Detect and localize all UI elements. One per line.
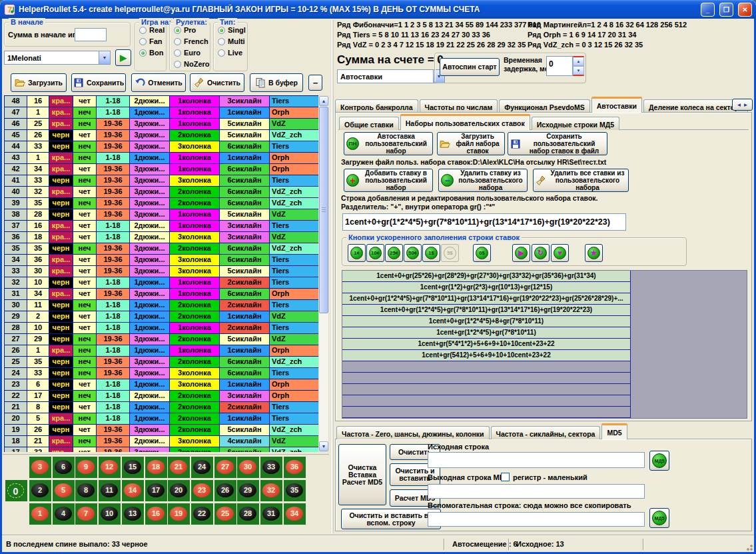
radio-euro[interactable]: Euro bbox=[174, 49, 210, 57]
table-row[interactable]: 2810чернчет1-181дюжи...1колонка2сиклайнT… bbox=[5, 323, 318, 334]
table-row[interactable]: 4234кра...чет19-363дюжи...1колонка6сикла… bbox=[5, 164, 318, 175]
load-button[interactable]: Загрузить bbox=[11, 73, 67, 92]
bet-list-item[interactable]: 1cent+gr(1*2*4*5)+gr(7*8*10*11) bbox=[342, 327, 631, 339]
set-button-r1-3[interactable]: Сохранить пользовательский набор ставок … bbox=[508, 132, 607, 155]
maximize-button[interactable]: ❐ bbox=[719, 3, 733, 17]
table-row[interactable]: 4816кра...чет1-182дюжи...1колонка3сиклай… bbox=[5, 96, 318, 107]
md5-aux-input[interactable] bbox=[428, 512, 645, 527]
roulette-cell-5[interactable]: 5 bbox=[53, 480, 75, 501]
start-sum-input[interactable] bbox=[75, 28, 107, 41]
sub-tab-2[interactable]: Наборы пользовательских ставок bbox=[400, 114, 530, 130]
table-row[interactable]: 3436кра...чет19-363дюжи...3колонка6сикла… bbox=[5, 255, 318, 266]
bet-list-empty-row[interactable] bbox=[342, 373, 631, 384]
roulette-cell-27[interactable]: 27 bbox=[214, 457, 236, 478]
roulette-cell-11[interactable]: 11 bbox=[99, 480, 121, 501]
radio-pro[interactable]: Pro bbox=[174, 26, 210, 34]
resize-grip[interactable] bbox=[745, 543, 753, 551]
spinner-down-icon[interactable]: ▼ bbox=[573, 66, 584, 76]
bet-list-empty-row[interactable] bbox=[342, 384, 631, 395]
quick-bet-10c-button[interactable]: 10¢ bbox=[366, 244, 384, 262]
minimize-button[interactable]: _ bbox=[701, 3, 715, 17]
roulette-cell-13[interactable]: 13 bbox=[122, 503, 144, 525]
set-button-r2-3[interactable]: Удалить все ставки из пользовательского … bbox=[533, 169, 629, 192]
tab-scroll-button[interactable]: ◄ ► bbox=[732, 99, 753, 111]
bet-list-empty-row[interactable] bbox=[342, 361, 631, 373]
set-button-r2-2[interactable]: −Удалить ставку из пользовательского наб… bbox=[438, 169, 528, 192]
radio-fan[interactable]: Fan bbox=[139, 37, 166, 45]
scroll-down-icon[interactable]: ▼ bbox=[319, 441, 328, 451]
radio-real[interactable]: Real bbox=[139, 26, 166, 34]
roulette-cell-28[interactable]: 28 bbox=[237, 503, 259, 525]
roulette-cell-19[interactable]: 19 bbox=[168, 503, 190, 525]
bet-list-item[interactable]: 1cent+0+gr(1*2*4*5)+gr(7*8*10*11)+gr(13*… bbox=[342, 305, 631, 316]
main-tab-2[interactable]: Частоты по числам bbox=[420, 99, 498, 113]
radio-singl[interactable]: Singl bbox=[218, 26, 247, 34]
roulette-cell-21[interactable]: 21 bbox=[168, 457, 190, 478]
md5-run-source-button[interactable]: МД5 bbox=[649, 451, 669, 471]
table-row[interactable]: 205кра...неч1-181дюжи...2колонка1сиклайн… bbox=[5, 413, 318, 425]
roulette-cell-10[interactable]: 10 bbox=[99, 503, 121, 525]
roulette-cell-3[interactable]: 3 bbox=[29, 457, 51, 478]
set-button-r1-1[interactable]: ПНАвтоставка пользовательский набор bbox=[344, 132, 433, 155]
save-button[interactable]: Сохранить bbox=[71, 73, 126, 92]
roulette-cell-20[interactable]: 20 bbox=[168, 480, 190, 501]
sub-tab-3[interactable]: Исходные строки МД5 bbox=[532, 117, 619, 130]
bet-list-item[interactable]: 1cent+0+gr(25*26)+gr(28*29)+gr(27*30)+gr… bbox=[342, 271, 631, 282]
bet-list-item[interactable]: 1cent+0+gr(1*2*4*5)+gr(7*8*10*11)+gr(13*… bbox=[342, 293, 631, 305]
bet-list-empty-row[interactable] bbox=[342, 407, 631, 418]
radio-bon[interactable]: Bon bbox=[139, 49, 166, 57]
roulette-cell-33[interactable]: 33 bbox=[260, 457, 282, 478]
roulette-cell-4[interactable]: 4 bbox=[53, 503, 75, 525]
roulette-cell-31[interactable]: 31 bbox=[260, 503, 282, 525]
roulette-cell-1[interactable]: 1 bbox=[29, 503, 51, 525]
roulette-cell-9[interactable]: 9 bbox=[75, 457, 97, 478]
scroll-up-icon[interactable]: ▲ bbox=[319, 96, 328, 106]
table-row[interactable]: 431кра...неч1-181дюжи...1колонка1сиклайн… bbox=[5, 153, 318, 164]
roulette-cell-8[interactable]: 8 bbox=[75, 480, 97, 501]
roulette-cell-17[interactable]: 17 bbox=[145, 480, 167, 501]
roulette-cell-23[interactable]: 23 bbox=[191, 480, 213, 501]
roulette-cell-2[interactable]: 2 bbox=[29, 480, 51, 501]
bet-list-item[interactable]: 1cent+gr(5*4*1*2)+5+6+9+10+10cent+23+22 bbox=[342, 339, 631, 350]
md5-output-input[interactable] bbox=[428, 484, 645, 499]
delay-spinner[interactable]: 0 ▲ ▼ bbox=[546, 56, 584, 76]
radio-nozero[interactable]: NoZero bbox=[174, 60, 210, 68]
table-row[interactable]: 3935черннеч19-363дюжи...2колонка6сиклайн… bbox=[5, 198, 318, 209]
close-button[interactable]: ✕ bbox=[738, 3, 752, 17]
roulette-cell-22[interactable]: 22 bbox=[191, 503, 213, 525]
quick-bet-0d-button[interactable]: 0$ bbox=[473, 244, 491, 262]
radio-live[interactable]: Live bbox=[218, 49, 247, 57]
roulette-cell-15[interactable]: 15 bbox=[122, 457, 144, 478]
table-row[interactable]: 471кра...неч1-181дюжи...1колонка1сиклайн… bbox=[5, 107, 318, 119]
table-row[interactable]: 236чернчет1-181дюжи...3колонка1сиклайнOr… bbox=[5, 379, 318, 391]
collapse-button[interactable]: − bbox=[308, 75, 322, 91]
table-row[interactable]: 1821кра...неч19-362дюжи...3колонка4сикла… bbox=[5, 436, 318, 447]
roulette-cell-16[interactable]: 16 bbox=[145, 503, 167, 525]
autospin-start-button[interactable]: Автоспин старт bbox=[440, 58, 500, 76]
table-row[interactable]: 3716кра...чет1-182дюжи...1колонка3сиклай… bbox=[5, 221, 318, 232]
scrollbar-thumb[interactable] bbox=[319, 107, 328, 313]
roulette-cell-35[interactable]: 35 bbox=[284, 480, 306, 501]
table-row[interactable]: 3011черннеч1-181дюжи...2колонка2сиклайнT… bbox=[5, 300, 318, 311]
bet-list-item[interactable]: 1cent+0+gr(1*2*4*5)+8+gr(7*8*10*11) bbox=[342, 316, 631, 327]
roulette-cell-29[interactable]: 29 bbox=[237, 480, 259, 501]
table-row[interactable]: 3618кра...чет1-182дюжи...3колонка3сиклай… bbox=[5, 232, 318, 243]
table-row[interactable]: 1732кра...чет19-363дюжи...2колонка6сикла… bbox=[5, 447, 318, 452]
table-row[interactable]: 4625кра...неч19-363дюжи...1колонка5сикла… bbox=[5, 119, 318, 130]
spins-scrollbar[interactable]: ▲ ▼ bbox=[318, 95, 329, 452]
main-tab-1[interactable]: Контроль банкролла bbox=[335, 99, 418, 113]
radio-multi[interactable]: Multi bbox=[218, 37, 247, 45]
table-row[interactable]: 4433черннеч19-363дюжи...3колонка6сиклайн… bbox=[5, 141, 318, 153]
strategy-combobox[interactable]: 1Melonati ▼ bbox=[4, 51, 111, 65]
roulette-cell-0[interactable]: 0 bbox=[5, 480, 27, 501]
bottom-tab-1[interactable]: Частота - Zero, шансы, дюжины, колонки bbox=[336, 426, 490, 439]
bet-list-item[interactable]: 1cent+gr(1*2)+gr(2*3)+gr(10*13)+gr(12*15… bbox=[342, 282, 631, 293]
md5-run-aux-button[interactable]: МД5 bbox=[649, 508, 669, 528]
table-row[interactable]: 3134кра...чет19-363дюжи...1колонка6сикла… bbox=[5, 289, 318, 300]
quick-rotate-button[interactable]: ↻ bbox=[532, 244, 550, 262]
md5-source-input[interactable] bbox=[428, 452, 645, 468]
md5-big-button[interactable]: Очистка Вставка Расчет MD5 bbox=[338, 444, 386, 505]
quick-shape-button[interactable]: ♥ bbox=[551, 244, 569, 262]
chevron-down-icon[interactable]: ▼ bbox=[99, 51, 111, 65]
quick-bet-5d-button[interactable]: 5$ bbox=[441, 244, 459, 262]
